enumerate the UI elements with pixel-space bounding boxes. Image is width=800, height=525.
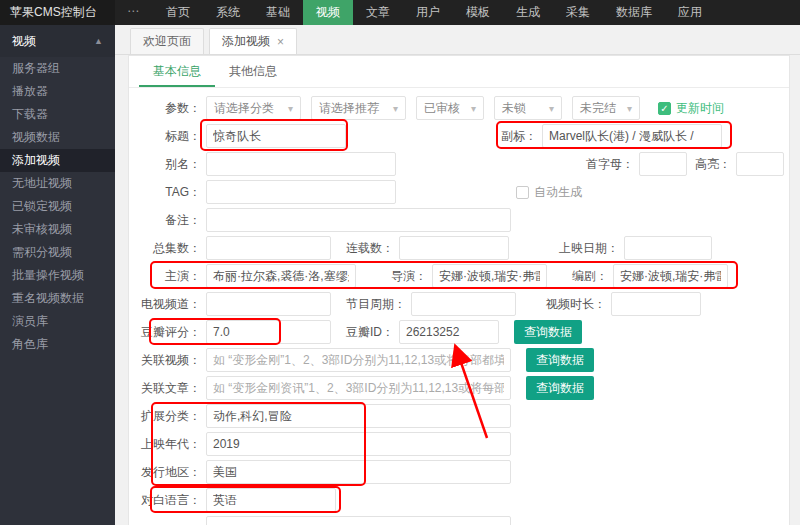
- nav-item-generate[interactable]: 生成: [503, 0, 553, 25]
- total-episodes-input[interactable]: [206, 236, 331, 260]
- update-time-checkbox[interactable]: ✓: [658, 102, 671, 115]
- alias-input[interactable]: [206, 152, 396, 176]
- auto-generate-checkbox[interactable]: [516, 186, 529, 199]
- menu-dots-icon[interactable]: ⋯: [115, 0, 153, 25]
- tag-input[interactable]: [206, 180, 396, 204]
- highlight-label: 高亮：: [695, 156, 731, 173]
- actors-input[interactable]: [206, 264, 356, 288]
- recommend-select-value: 请选择推荐: [319, 100, 379, 117]
- duration-input[interactable]: [611, 292, 701, 316]
- initial-input[interactable]: [639, 152, 687, 176]
- director-group: 导演：: [391, 264, 547, 288]
- tab-other-info[interactable]: 其他信息: [215, 56, 291, 87]
- nav-item-article[interactable]: 文章: [353, 0, 403, 25]
- language-input[interactable]: [206, 488, 336, 512]
- ext-category-input[interactable]: [206, 404, 511, 428]
- related-article-label: 关联文章：: [129, 380, 201, 397]
- sidebar-item-video-data[interactable]: 视频数据: [0, 126, 115, 149]
- audit-select[interactable]: 已审核 ▾: [416, 96, 484, 120]
- nav-item-database[interactable]: 数据库: [603, 0, 665, 25]
- tab-basic-info[interactable]: 基本信息: [139, 56, 215, 87]
- nav-item-home[interactable]: 首页: [153, 0, 203, 25]
- duration-label: 视频时长：: [546, 296, 606, 313]
- category-select[interactable]: 请选择分类 ▾: [206, 96, 301, 120]
- query-data-button[interactable]: 查询数据: [526, 376, 594, 400]
- douban-score-input[interactable]: [206, 320, 331, 344]
- douban-id-group: 豆瓣ID：: [346, 320, 499, 344]
- sidebar-section-video[interactable]: 视频 ▲: [0, 25, 115, 57]
- highlight-input[interactable]: [736, 152, 784, 176]
- tab-add-video-label: 添加视频: [222, 33, 270, 50]
- writer-group: 编剧：: [572, 264, 728, 288]
- sidebar-item-locked[interactable]: 已锁定视频: [0, 195, 115, 218]
- year-input[interactable]: [206, 432, 511, 456]
- lock-select[interactable]: 未锁 ▾: [494, 96, 562, 120]
- related-video-label: 关联视频：: [129, 352, 201, 369]
- sidebar-item-actors[interactable]: 演员库: [0, 310, 115, 333]
- tab-add-video[interactable]: 添加视频 ×: [209, 28, 297, 54]
- sidebar: 视频 ▲ 服务器组 播放器 下载器 视频数据 添加视频 无地址视频 已锁定视频 …: [0, 25, 115, 525]
- douban-id-input[interactable]: [399, 320, 499, 344]
- sidebar-item-no-address[interactable]: 无地址视频: [0, 172, 115, 195]
- app-title: 苹果CMS控制台: [0, 0, 115, 25]
- sidebar-item-add-video[interactable]: 添加视频: [0, 149, 115, 172]
- nav-item-system[interactable]: 系统: [203, 0, 253, 25]
- chevron-down-icon: ▾: [471, 103, 476, 114]
- alias-label: 别名：: [129, 156, 201, 173]
- sidebar-item-unaudited[interactable]: 未审核视频: [0, 218, 115, 241]
- recommend-select[interactable]: 请选择推荐 ▾: [311, 96, 406, 120]
- nav-item-basic[interactable]: 基础: [253, 0, 303, 25]
- serialize-select[interactable]: 未完结 ▾: [572, 96, 640, 120]
- form-row-language: 对白语言：: [129, 486, 789, 514]
- title-input[interactable]: [206, 124, 346, 148]
- douban-id-label: 豆瓣ID：: [346, 324, 394, 341]
- form-row-episodes: 总集数： 连载数： 上映日期：: [129, 234, 789, 262]
- sidebar-item-downloader[interactable]: 下载器: [0, 103, 115, 126]
- tab-welcome[interactable]: 欢迎页面: [130, 28, 204, 54]
- duration-group: 视频时长：: [546, 292, 701, 316]
- area-input[interactable]: [206, 460, 511, 484]
- form-row-ext-category: 扩展分类：: [129, 402, 789, 430]
- initial-label: 首字母：: [586, 156, 634, 173]
- query-data-button[interactable]: 查询数据: [514, 320, 582, 344]
- tv-channel-label: 电视频道：: [129, 296, 201, 313]
- sidebar-item-duplicate[interactable]: 重名视频数据: [0, 287, 115, 310]
- chevron-down-icon: ▾: [393, 103, 398, 114]
- category-select-value: 请选择分类: [214, 100, 274, 117]
- sidebar-item-batch[interactable]: 批量操作视频: [0, 264, 115, 287]
- sidebar-section-label: 视频: [12, 25, 36, 57]
- form-row-clipped: [129, 514, 789, 525]
- nav-item-app[interactable]: 应用: [665, 0, 715, 25]
- writer-input[interactable]: [613, 264, 728, 288]
- tv-channel-input[interactable]: [206, 292, 331, 316]
- actors-label: 主演：: [129, 268, 201, 285]
- remark-input[interactable]: [206, 208, 511, 232]
- cycle-input[interactable]: [411, 292, 516, 316]
- tab-welcome-label: 欢迎页面: [143, 33, 191, 50]
- params-label: 参数：: [129, 100, 201, 117]
- sidebar-item-roles[interactable]: 角色库: [0, 333, 115, 356]
- nav-item-user[interactable]: 用户: [403, 0, 453, 25]
- clipped-input[interactable]: [206, 516, 511, 525]
- query-data-button[interactable]: 查询数据: [526, 348, 594, 372]
- related-article-input[interactable]: [206, 376, 511, 400]
- serialize-select-value: 未完结: [580, 100, 616, 117]
- chevron-down-icon: ▾: [288, 103, 293, 114]
- nav-item-video[interactable]: 视频: [303, 0, 353, 25]
- sidebar-item-points[interactable]: 需积分视频: [0, 241, 115, 264]
- tag-label: TAG：: [129, 184, 201, 201]
- sidebar-item-server-group[interactable]: 服务器组: [0, 57, 115, 80]
- auto-generate-label: 自动生成: [534, 184, 582, 201]
- audit-select-value: 已审核: [424, 100, 460, 117]
- release-date-group: 上映日期：: [559, 236, 712, 260]
- subtitle-input[interactable]: [542, 124, 722, 148]
- nav-item-template[interactable]: 模板: [453, 0, 503, 25]
- release-date-input[interactable]: [624, 236, 712, 260]
- form-row-cast: 主演： 导演： 编剧：: [129, 262, 789, 290]
- sidebar-item-player[interactable]: 播放器: [0, 80, 115, 103]
- close-icon[interactable]: ×: [277, 35, 284, 49]
- related-video-input[interactable]: [206, 348, 511, 372]
- nav-item-collect[interactable]: 采集: [553, 0, 603, 25]
- serial-input[interactable]: [399, 236, 509, 260]
- director-input[interactable]: [432, 264, 547, 288]
